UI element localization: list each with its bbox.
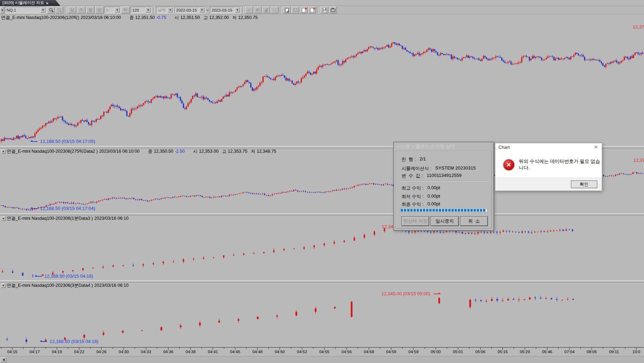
ok-button[interactable]: 확인 [571, 180, 597, 188]
pause-button[interactable]: 일시중지 [431, 216, 458, 226]
chart3-1min[interactable]: 12,168.50 (03/15 04:18) 12,345 [0, 222, 644, 280]
dialog-title[interactable]: 시스템 시뮬레이션 진행 상태 [394, 142, 494, 151]
magnifier-off-icon [58, 8, 62, 12]
time-axis-label: 07:04 [562, 350, 577, 354]
time-axis-label: 04:58 [361, 350, 376, 354]
date-to-combo[interactable]: 2023-03-15▼ [210, 7, 241, 13]
scroll-left-button[interactable] [1, 357, 6, 362]
signal-tool-button[interactable]: ıl! [254, 7, 262, 13]
panel1-high: 12,352.00 [209, 15, 229, 20]
minute-combo[interactable]: 5▼ [104, 7, 121, 13]
collapse-left-button[interactable] [0, 7, 4, 13]
variable-value: 11001134912559 [427, 173, 462, 178]
panel1-change: -0.75 [156, 15, 166, 20]
time-axis: 04:1504:1704:1904:2204:2604:3004:3304:36… [0, 346, 644, 356]
date-from-combo[interactable]: 2022-03-15▼ [174, 7, 205, 13]
progress-bar [400, 208, 487, 212]
period-week-button[interactable]: 주 [77, 7, 85, 13]
simulation-formula: SYSTEM 20230315 [435, 165, 476, 171]
chevron-down-icon[interactable]: ▼ [168, 7, 173, 13]
open-button[interactable] [329, 7, 337, 13]
toolbar-separator [65, 7, 66, 13]
time-axis-label: 04:36 [161, 350, 176, 354]
horizontal-scrollbar[interactable] [0, 356, 644, 363]
time-axis-label: 04:59 [384, 350, 399, 354]
chevron-down-icon[interactable]: ▼ [235, 7, 240, 13]
chevron-down-icon[interactable]: ▼ [146, 7, 151, 13]
chevron-down-icon[interactable]: ▼ [199, 7, 205, 13]
tab-simulation-chart[interactable]: [3020] 시뮬레이션 차트 × [0, 0, 60, 6]
volume-tool-button[interactable] [262, 7, 270, 13]
time-axis-label: 04:26 [94, 350, 109, 354]
time-axis-label: 04:19 [49, 350, 65, 354]
save-state-button[interactable]: 현상태 저장 [401, 216, 429, 226]
panel1-datetime: 2023/03/16 06:10:00 [80, 15, 121, 20]
time-axis-label: 04:30 [116, 350, 131, 354]
time-axis-label: 04:38 [183, 350, 198, 354]
sort-updown-icon: ↑↓ [273, 8, 276, 12]
chart1-low-marker: 12,168.50 (03/15 04:17:05) [30, 139, 95, 144]
time-axis-label: 04:50 [272, 350, 288, 354]
sort-tool-button[interactable]: ↑↓ [271, 7, 278, 13]
tick-count-combo[interactable]: 120▼ [130, 7, 152, 13]
error-message: 뒤의 수식에는 데이터번호가 필요 없습니다. [519, 158, 602, 171]
chart4-3min[interactable]: 12,168.50 (03/15 04:18) 12,345.00 (03/15… [0, 289, 644, 346]
panel1-open: 12,351.50 [180, 15, 200, 20]
panel3-header: ▼ 연결_E-mini Nasdaq100-202306(1분Data3 ) 2… [0, 215, 644, 222]
symbol-combo[interactable]: NQ,1▼ [5, 7, 46, 13]
time-axis-label: 04:45 [227, 350, 243, 354]
toolbar-separator [318, 7, 319, 13]
error-icon [503, 159, 514, 170]
chart4-low-marker: 12,168.50 (03/15 04:18) [40, 339, 98, 344]
save-button[interactable] [321, 7, 328, 13]
period-minute-button[interactable]: 분 [95, 7, 104, 13]
tab-title: [3020] 시뮬레이션 차트 [2, 0, 44, 6]
tab-bar: [3020] 시뮬레이션 차트 × [0, 0, 644, 6]
panel3-title: 연결_E-mini Nasdaq100-202306(1분Data3 ) [7, 216, 93, 222]
panel1-title: 연결_E-mini Nasdaq100-202306(120틱) [1, 15, 79, 21]
dialog-footer: 확인 [495, 178, 602, 191]
new-document-icon [285, 8, 289, 12]
chart-restore-button[interactable]: R [300, 7, 308, 13]
panel3-dropdown-button[interactable]: ▼ [1, 216, 6, 221]
chart2-price-label: 12,37 [633, 158, 644, 163]
tab-close-icon[interactable]: × [46, 1, 48, 5]
tick-button[interactable]: 틱 [121, 7, 130, 13]
folder-icon [331, 9, 335, 12]
chevron-down-icon[interactable]: ▼ [40, 7, 46, 13]
period-month-button[interactable]: 월 [86, 7, 95, 13]
min-profit: 0.00pt [427, 193, 440, 199]
panel3-datetime: 2023/03/16 06:10 [94, 216, 128, 221]
max-profit: 0.00pt [427, 185, 440, 191]
panel2-dropdown-button[interactable]: ▼ [1, 149, 6, 154]
time-axis-label: 04:41 [205, 350, 221, 354]
chart-error-dialog: Chart✕ 뒤의 수식에는 데이터번호가 필요 없습니다. 확인 [495, 143, 602, 191]
screen-button[interactable] [291, 7, 299, 13]
time-axis-label: 04:33 [138, 350, 154, 354]
close-icon[interactable]: ✕ [594, 144, 598, 150]
time-axis-label: 04:48 [250, 350, 265, 354]
panel4-dropdown-button[interactable]: ▼ [1, 283, 6, 288]
panel1-header: 연결_E-mini Nasdaq100-202306(120틱) 2023/03… [0, 14, 644, 21]
search-button[interactable] [47, 7, 55, 13]
panel1-low: 12,350.75 [238, 15, 258, 20]
collapse-arrow-icon [2, 9, 3, 11]
new-chart-button[interactable] [283, 7, 291, 13]
chevron-down-icon[interactable]: ▼ [115, 7, 120, 13]
dialog-titlebar[interactable]: Chart✕ [495, 143, 602, 151]
time-axis-label: 04:59 [406, 350, 421, 354]
chart1-120tick[interactable]: 12,168.50 (03/15 04:17:05) 12,37 [0, 21, 644, 146]
app-window: [3020] 시뮬레이션 차트 × NQ,1▼ 일 주 월 분 5▼ 틱 120… [0, 0, 644, 363]
dialog-title: Chart [498, 145, 510, 150]
chart1-price-label: 12,37 [633, 24, 644, 29]
cancel-button[interactable]: 취 소 [460, 216, 488, 226]
charts-restore-button[interactable]: R [308, 7, 316, 13]
trendline-tool-button[interactable]: ✓ [245, 7, 253, 13]
simulation-progress-dialog: 시스템 시뮬레이션 진행 상태 진 행 :2/1 시뮬레이션식 :SYSTEM … [393, 142, 494, 231]
period-day-button[interactable]: 일 [68, 7, 76, 13]
panel2-open: 12,353.00 [199, 149, 219, 154]
panel2-high: 12,353.75 [228, 149, 247, 154]
search-off-button[interactable] [56, 7, 63, 13]
date-mode-combo[interactable]: 날짜▼ [156, 7, 174, 13]
magnifier-icon [49, 8, 53, 12]
